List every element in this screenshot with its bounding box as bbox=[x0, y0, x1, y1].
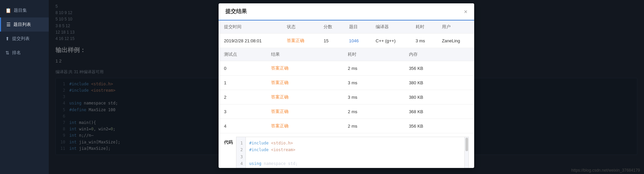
main-content: 5 8 10 9 12 5 10 5 10 3 8 5 12 12 18 1 1… bbox=[49, 0, 644, 174]
submit-status: 答案正确 bbox=[281, 34, 318, 48]
sidebar: 📋 题目集 ☰ 题目列表 ⬆ 提交列表 ⇅ 排名 bbox=[0, 0, 49, 174]
code-area: 代码 1 2 3 4 #include <stdio.h> #include <… bbox=[219, 133, 474, 168]
scrollbar[interactable] bbox=[464, 137, 468, 168]
testcase-row: 4 答案正确 2 ms 356 KB bbox=[219, 119, 474, 133]
modal-title: 提交结果 bbox=[225, 8, 247, 15]
sidebar-item-label: 题目集 bbox=[14, 7, 27, 13]
tc-result: 答案正确 bbox=[266, 119, 321, 133]
close-button[interactable]: × bbox=[464, 9, 467, 15]
tc-time: 2 ms bbox=[342, 119, 382, 133]
table-header-row: 提交时间 状态 分数 题目 编译器 耗时 用户 bbox=[219, 20, 474, 34]
tc-result: 答案正确 bbox=[266, 90, 321, 104]
problem-link[interactable]: 1046 bbox=[349, 38, 359, 43]
sidebar-item-label: 题目列表 bbox=[13, 21, 31, 28]
modal-code-content: #include <stdio.h> #include <iostream> u… bbox=[246, 137, 464, 168]
sidebar-item-label: 排名 bbox=[12, 50, 21, 56]
col-problem: 题目 bbox=[344, 20, 370, 34]
tc-id: 4 bbox=[219, 119, 266, 133]
tc-memory: 356 KB bbox=[404, 61, 453, 76]
testcase-row: 1 答案正确 3 ms 380 KB bbox=[219, 76, 474, 90]
tc-memory: 380 KB bbox=[404, 90, 453, 104]
col-submit-time: 提交时间 bbox=[219, 20, 281, 34]
modal-code-block: 1 2 3 4 #include <stdio.h> #include <ios… bbox=[236, 137, 469, 168]
tc-id: 2 bbox=[219, 90, 266, 104]
tc-id: 0 bbox=[219, 61, 266, 76]
col-user: 用户 bbox=[437, 20, 474, 34]
col-empty2 bbox=[382, 48, 404, 61]
sidebar-item-ranking[interactable]: ⇅ 排名 bbox=[0, 46, 49, 60]
status-text: 答案正确 bbox=[287, 38, 304, 43]
submission-list-icon: ⬆ bbox=[5, 36, 9, 41]
col-status: 状态 bbox=[281, 20, 318, 34]
modal-overlay: 提交结果 × 提交时间 状态 分数 题目 编译器 耗时 用户 bbox=[49, 0, 644, 174]
tc-memory: 380 KB bbox=[404, 76, 453, 90]
problem-list-icon: ☰ bbox=[6, 22, 11, 27]
col-memory: 内存 bbox=[404, 48, 453, 61]
testcase-row: 3 答案正确 2 ms 368 KB bbox=[219, 104, 474, 119]
sidebar-item-problem-list[interactable]: ☰ 题目列表 bbox=[0, 17, 49, 32]
modal-header: 提交结果 × bbox=[219, 3, 474, 20]
tc-time: 2 ms bbox=[342, 61, 382, 76]
modal-body: 提交时间 状态 分数 题目 编译器 耗时 用户 2019/2/28 21:08:… bbox=[219, 20, 474, 168]
submit-time: 2019/2/28 21:08:01 bbox=[219, 34, 281, 48]
col-result: 结果 bbox=[266, 48, 321, 61]
tc-id: 3 bbox=[219, 104, 266, 119]
submission-result-modal: 提交结果 × 提交时间 状态 分数 题目 编译器 耗时 用户 bbox=[219, 3, 474, 168]
submit-compiler: C++ (g++) bbox=[370, 34, 410, 48]
submit-time-used: 3 ms bbox=[410, 34, 437, 48]
tc-memory: 368 KB bbox=[404, 104, 453, 119]
submission-summary-table: 提交时间 状态 分数 题目 编译器 耗时 用户 2019/2/28 21:08:… bbox=[219, 20, 474, 48]
testcase-table: 测试点 结果 耗时 内存 0 答案正确 2 ms 356 bbox=[219, 48, 474, 133]
tc-result: 答案正确 bbox=[266, 76, 321, 90]
submit-score: 15 bbox=[318, 34, 343, 48]
sidebar-item-problem-set[interactable]: 📋 题目集 bbox=[0, 3, 49, 17]
col-testcase-id: 测试点 bbox=[219, 48, 266, 61]
tc-time: 3 ms bbox=[342, 90, 382, 104]
submit-problem[interactable]: 1046 bbox=[344, 34, 370, 48]
testcase-row: 2 答案正确 3 ms 380 KB bbox=[219, 90, 474, 104]
tc-result: 答案正确 bbox=[266, 104, 321, 119]
testcase-header-row: 测试点 结果 耗时 内存 bbox=[219, 48, 474, 61]
code-label: 代码 bbox=[224, 137, 233, 145]
tc-time: 3 ms bbox=[342, 76, 382, 90]
col-time-used: 耗时 bbox=[410, 20, 437, 34]
sidebar-item-label: 提交列表 bbox=[12, 36, 30, 42]
tc-time: 2 ms bbox=[342, 104, 382, 119]
submit-user: ZaneLing bbox=[437, 34, 474, 48]
col-score: 分数 bbox=[318, 20, 343, 34]
code-line-numbers: 1 2 3 4 bbox=[236, 137, 246, 168]
scroll-thumb bbox=[465, 138, 468, 151]
col-empty3 bbox=[453, 48, 474, 61]
tc-memory: 356 KB bbox=[404, 119, 453, 133]
submission-row: 2019/2/28 21:08:01 答案正确 15 1046 C++ (g++… bbox=[219, 34, 474, 48]
col-tc-time: 耗时 bbox=[342, 48, 382, 61]
sidebar-item-submission-list[interactable]: ⬆ 提交列表 bbox=[0, 32, 49, 46]
tc-id: 1 bbox=[219, 76, 266, 90]
ranking-icon: ⇅ bbox=[5, 50, 9, 55]
tc-result: 答案正确 bbox=[266, 61, 321, 76]
col-compiler: 编译器 bbox=[370, 20, 410, 34]
testcase-row: 0 答案正确 2 ms 356 KB bbox=[219, 61, 474, 76]
col-empty1 bbox=[321, 48, 342, 61]
problem-set-icon: 📋 bbox=[5, 8, 11, 13]
